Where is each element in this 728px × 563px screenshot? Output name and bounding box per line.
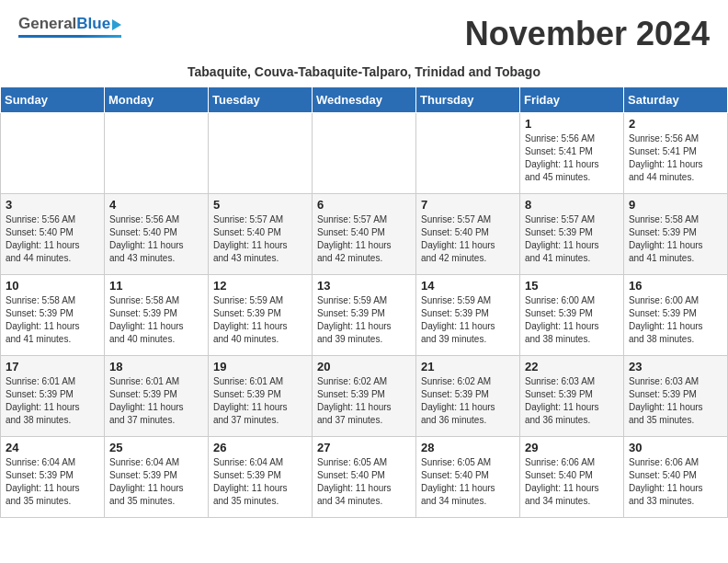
day-info: Sunrise: 6:03 AM Sunset: 5:39 PM Dayligh… — [629, 376, 703, 425]
day-number: 26 — [213, 441, 307, 454]
calendar-week-row: 17Sunrise: 6:01 AM Sunset: 5:39 PM Dayli… — [1, 356, 728, 437]
day-number: 21 — [421, 360, 515, 373]
page-header: General Blue November 2024 — [0, 0, 728, 61]
day-of-week-header: Friday — [520, 87, 624, 113]
day-number: 11 — [109, 279, 203, 293]
day-info: Sunrise: 5:56 AM Sunset: 5:40 PM Dayligh… — [6, 214, 80, 263]
day-number: 23 — [629, 360, 722, 373]
day-info: Sunrise: 5:57 AM Sunset: 5:40 PM Dayligh… — [317, 214, 392, 263]
day-info: Sunrise: 6:01 AM Sunset: 5:39 PM Dayligh… — [213, 376, 288, 425]
calendar-cell: 2Sunrise: 5:56 AM Sunset: 5:41 PM Daylig… — [624, 113, 728, 194]
calendar-header-row: SundayMondayTuesdayWednesdayThursdayFrid… — [1, 87, 728, 113]
calendar-cell — [416, 113, 520, 194]
day-info: Sunrise: 6:00 AM Sunset: 5:39 PM Dayligh… — [629, 295, 703, 344]
calendar-cell: 27Sunrise: 6:05 AM Sunset: 5:40 PM Dayli… — [313, 437, 416, 518]
day-number: 7 — [421, 198, 515, 212]
calendar-cell: 19Sunrise: 6:01 AM Sunset: 5:39 PM Dayli… — [209, 356, 313, 437]
logo-underline — [18, 35, 121, 38]
day-info: Sunrise: 6:05 AM Sunset: 5:40 PM Dayligh… — [317, 457, 392, 506]
calendar-cell: 3Sunrise: 5:56 AM Sunset: 5:40 PM Daylig… — [1, 194, 105, 275]
day-of-week-header: Sunday — [1, 87, 105, 113]
day-info: Sunrise: 6:00 AM Sunset: 5:39 PM Dayligh… — [525, 295, 599, 344]
day-info: Sunrise: 5:57 AM Sunset: 5:40 PM Dayligh… — [213, 214, 288, 263]
calendar-cell: 24Sunrise: 6:04 AM Sunset: 5:39 PM Dayli… — [1, 437, 105, 518]
day-info: Sunrise: 5:56 AM Sunset: 5:41 PM Dayligh… — [629, 133, 703, 182]
calendar-cell: 23Sunrise: 6:03 AM Sunset: 5:39 PM Dayli… — [624, 356, 728, 437]
month-title: November 2024 — [465, 15, 710, 53]
calendar-cell: 1Sunrise: 5:56 AM Sunset: 5:41 PM Daylig… — [520, 113, 624, 194]
calendar-cell: 22Sunrise: 6:03 AM Sunset: 5:39 PM Dayli… — [520, 356, 624, 437]
day-number: 15 — [525, 279, 619, 293]
day-number: 10 — [6, 279, 99, 293]
calendar-week-row: 3Sunrise: 5:56 AM Sunset: 5:40 PM Daylig… — [1, 194, 728, 275]
day-info: Sunrise: 5:58 AM Sunset: 5:39 PM Dayligh… — [629, 214, 703, 263]
day-info: Sunrise: 5:59 AM Sunset: 5:39 PM Dayligh… — [317, 295, 392, 344]
day-info: Sunrise: 6:02 AM Sunset: 5:39 PM Dayligh… — [421, 376, 495, 425]
calendar-cell: 10Sunrise: 5:58 AM Sunset: 5:39 PM Dayli… — [1, 275, 105, 356]
calendar-cell: 12Sunrise: 5:59 AM Sunset: 5:39 PM Dayli… — [209, 275, 313, 356]
calendar-cell: 21Sunrise: 6:02 AM Sunset: 5:39 PM Dayli… — [416, 356, 520, 437]
day-info: Sunrise: 6:02 AM Sunset: 5:39 PM Dayligh… — [317, 376, 392, 425]
day-info: Sunrise: 6:01 AM Sunset: 5:39 PM Dayligh… — [109, 376, 184, 425]
calendar-cell: 5Sunrise: 5:57 AM Sunset: 5:40 PM Daylig… — [209, 194, 313, 275]
calendar-cell: 6Sunrise: 5:57 AM Sunset: 5:40 PM Daylig… — [313, 194, 416, 275]
day-info: Sunrise: 5:56 AM Sunset: 5:41 PM Dayligh… — [525, 133, 599, 182]
day-of-week-header: Thursday — [416, 87, 520, 113]
logo: General Blue — [18, 15, 121, 38]
day-number: 24 — [6, 441, 99, 454]
calendar-cell — [209, 113, 313, 194]
calendar-cell: 20Sunrise: 6:02 AM Sunset: 5:39 PM Dayli… — [313, 356, 416, 437]
calendar-cell: 30Sunrise: 6:06 AM Sunset: 5:40 PM Dayli… — [624, 437, 728, 518]
calendar-cell: 4Sunrise: 5:56 AM Sunset: 5:40 PM Daylig… — [105, 194, 209, 275]
calendar-cell: 16Sunrise: 6:00 AM Sunset: 5:39 PM Dayli… — [624, 275, 728, 356]
calendar-cell: 8Sunrise: 5:57 AM Sunset: 5:39 PM Daylig… — [520, 194, 624, 275]
day-info: Sunrise: 5:57 AM Sunset: 5:39 PM Dayligh… — [525, 214, 599, 263]
day-number: 5 — [213, 198, 307, 212]
calendar-cell — [313, 113, 416, 194]
calendar-cell: 18Sunrise: 6:01 AM Sunset: 5:39 PM Dayli… — [105, 356, 209, 437]
day-number: 1 — [525, 117, 619, 131]
day-number: 8 — [525, 198, 619, 212]
day-of-week-header: Wednesday — [313, 87, 416, 113]
day-number: 4 — [109, 198, 203, 212]
day-number: 22 — [525, 360, 619, 373]
day-info: Sunrise: 6:06 AM Sunset: 5:40 PM Dayligh… — [629, 457, 703, 506]
day-info: Sunrise: 5:59 AM Sunset: 5:39 PM Dayligh… — [421, 295, 495, 344]
calendar-week-row: 10Sunrise: 5:58 AM Sunset: 5:39 PM Dayli… — [1, 275, 728, 356]
calendar-subtitle: Tabaquite, Couva-Tabaquite-Talparo, Trin… — [0, 61, 728, 86]
day-number: 17 — [6, 360, 99, 373]
day-of-week-header: Monday — [105, 87, 209, 113]
calendar-table: SundayMondayTuesdayWednesdayThursdayFrid… — [0, 86, 728, 518]
day-number: 29 — [525, 441, 619, 454]
day-number: 16 — [629, 279, 722, 293]
day-info: Sunrise: 6:06 AM Sunset: 5:40 PM Dayligh… — [525, 457, 599, 506]
day-number: 12 — [213, 279, 307, 293]
calendar-cell: 9Sunrise: 5:58 AM Sunset: 5:39 PM Daylig… — [624, 194, 728, 275]
day-number: 27 — [317, 441, 411, 454]
calendar-cell: 14Sunrise: 5:59 AM Sunset: 5:39 PM Dayli… — [416, 275, 520, 356]
day-info: Sunrise: 5:58 AM Sunset: 5:39 PM Dayligh… — [6, 295, 80, 344]
day-number: 9 — [629, 198, 722, 212]
calendar-cell: 25Sunrise: 6:04 AM Sunset: 5:39 PM Dayli… — [105, 437, 209, 518]
calendar-cell: 15Sunrise: 6:00 AM Sunset: 5:39 PM Dayli… — [520, 275, 624, 356]
day-info: Sunrise: 5:56 AM Sunset: 5:40 PM Dayligh… — [109, 214, 184, 263]
calendar-week-row: 24Sunrise: 6:04 AM Sunset: 5:39 PM Dayli… — [1, 437, 728, 518]
day-number: 14 — [421, 279, 515, 293]
day-number: 20 — [317, 360, 411, 373]
day-number: 2 — [629, 117, 722, 131]
day-number: 13 — [317, 279, 411, 293]
day-info: Sunrise: 6:01 AM Sunset: 5:39 PM Dayligh… — [6, 376, 80, 425]
day-number: 6 — [317, 198, 411, 212]
logo-arrow-icon — [112, 19, 121, 30]
logo-general-text: General — [18, 15, 76, 33]
calendar-cell: 13Sunrise: 5:59 AM Sunset: 5:39 PM Dayli… — [313, 275, 416, 356]
logo-blue-part: Blue — [76, 15, 121, 33]
calendar-cell: 26Sunrise: 6:04 AM Sunset: 5:39 PM Dayli… — [209, 437, 313, 518]
day-info: Sunrise: 5:59 AM Sunset: 5:39 PM Dayligh… — [213, 295, 288, 344]
day-info: Sunrise: 5:58 AM Sunset: 5:39 PM Dayligh… — [109, 295, 184, 344]
day-of-week-header: Saturday — [624, 87, 728, 113]
day-number: 25 — [109, 441, 203, 454]
day-number: 18 — [109, 360, 203, 373]
calendar-cell — [1, 113, 105, 194]
day-info: Sunrise: 6:04 AM Sunset: 5:39 PM Dayligh… — [109, 457, 184, 506]
